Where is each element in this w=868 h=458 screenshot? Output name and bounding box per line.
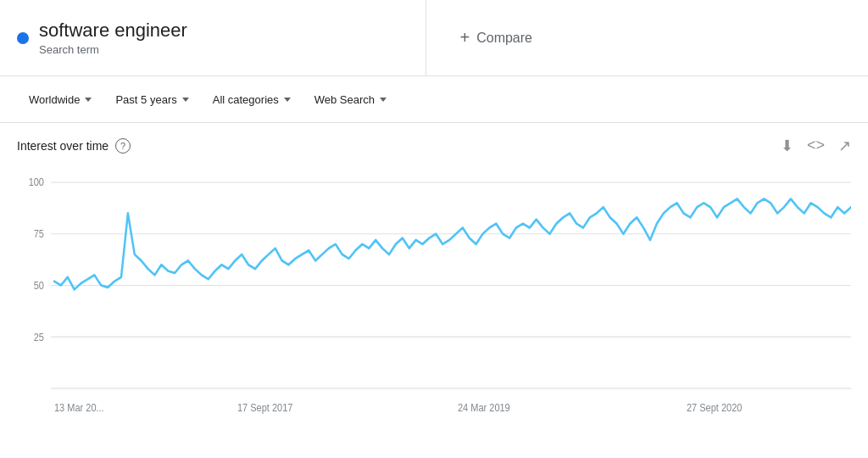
filter-bar: Worldwide Past 5 years All categories We… <box>0 76 868 123</box>
search-type-filter[interactable]: Web Search <box>303 87 398 113</box>
location-filter[interactable]: Worldwide <box>17 87 103 113</box>
search-term-text: software engineer Search term <box>39 20 187 57</box>
chart-section: Interest over time ? ⬇ <> ↗ 100 75 50 25… <box>0 123 868 438</box>
chart-container: 100 75 50 25 13 Mar 20... 17 Sept 2017 2… <box>17 164 851 438</box>
search-type-chevron-icon <box>380 98 387 102</box>
search-term-section: software engineer Search term <box>17 0 426 75</box>
share-icon[interactable]: ↗ <box>838 137 851 155</box>
chart-title-area: Interest over time ? <box>17 138 131 154</box>
header: software engineer Search term + Compare <box>0 0 868 76</box>
chart-actions: ⬇ <> ↗ <box>781 137 851 155</box>
compare-label: Compare <box>476 31 532 46</box>
location-chevron-icon <box>85 98 92 102</box>
time-filter[interactable]: Past 5 years <box>103 87 200 113</box>
category-label: All categories <box>213 93 279 106</box>
svg-text:25: 25 <box>34 332 44 343</box>
compare-section[interactable]: + Compare <box>426 28 852 47</box>
help-icon[interactable]: ? <box>115 138 131 154</box>
chart-header: Interest over time ? ⬇ <> ↗ <box>17 137 851 155</box>
svg-text:27 Sept 2020: 27 Sept 2020 <box>687 403 742 414</box>
svg-text:13 Mar 20...: 13 Mar 20... <box>54 403 104 414</box>
category-filter[interactable]: All categories <box>201 87 303 113</box>
download-icon[interactable]: ⬇ <box>781 137 793 155</box>
search-type-label: Web Search <box>314 93 375 106</box>
chart-title-text: Interest over time <box>17 139 108 153</box>
search-term-type: Search term <box>39 43 99 56</box>
svg-text:75: 75 <box>34 229 44 240</box>
svg-text:24 Mar 2019: 24 Mar 2019 <box>458 403 510 414</box>
search-term-title: software engineer <box>39 20 187 42</box>
plus-icon: + <box>460 28 470 47</box>
svg-text:17 Sept 2017: 17 Sept 2017 <box>237 403 292 414</box>
search-term-dot <box>17 32 29 44</box>
svg-text:50: 50 <box>34 280 44 291</box>
category-chevron-icon <box>284 98 291 102</box>
time-chevron-icon <box>182 98 189 102</box>
time-label: Past 5 years <box>115 93 176 106</box>
embed-icon[interactable]: <> <box>807 137 825 155</box>
svg-text:100: 100 <box>29 177 44 188</box>
location-label: Worldwide <box>29 93 80 106</box>
trend-chart: 100 75 50 25 13 Mar 20... 17 Sept 2017 2… <box>17 164 851 435</box>
